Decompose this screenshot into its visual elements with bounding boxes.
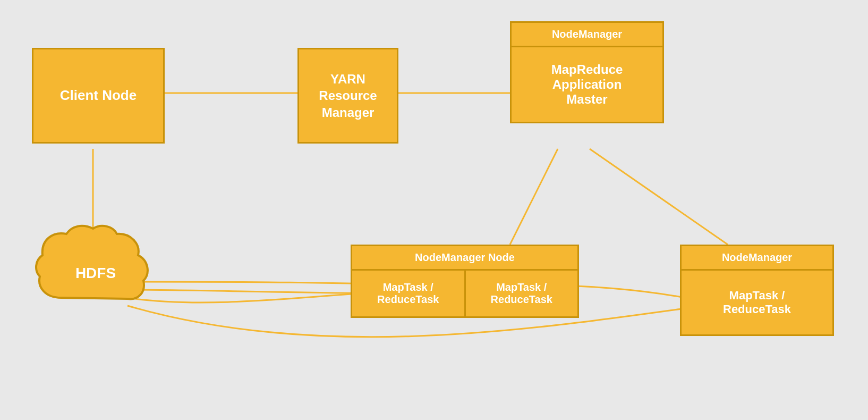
node-manager-mid-header: NodeManager Node xyxy=(352,246,577,271)
svg-line-3 xyxy=(510,149,558,245)
node-manager-mid-composite: NodeManager Node MapTask /ReduceTask Map… xyxy=(351,245,579,318)
map-reduce-cell-2: MapTask /ReduceTask xyxy=(466,271,578,316)
node-manager-top-composite: NodeManager MapReduceApplicationMaster xyxy=(510,21,664,123)
client-node-label: Client Node xyxy=(60,87,137,105)
hdfs-cloud: HDFS xyxy=(29,223,162,330)
mapreduce-app-master-body: MapReduceApplicationMaster xyxy=(512,47,662,122)
node-manager-mid-body: MapTask /ReduceTask MapTask /ReduceTask xyxy=(352,271,577,316)
map-reduce-right-body: MapTask /ReduceTask xyxy=(682,271,832,334)
yarn-rm-box: YARNResourceManager xyxy=(297,48,398,144)
map-reduce-cell-1: MapTask /ReduceTask xyxy=(352,271,466,316)
node-manager-right-header: NodeManager xyxy=(682,246,832,271)
node-manager-right-composite: NodeManager MapTask /ReduceTask xyxy=(680,245,834,336)
hdfs-label: HDFS xyxy=(29,265,162,282)
yarn-rm-label: YARNResourceManager xyxy=(319,71,377,121)
diagram-container: Client Node YARNResourceManager NodeMana… xyxy=(0,0,868,420)
node-manager-top-header: NodeManager xyxy=(512,23,662,47)
svg-line-4 xyxy=(590,149,728,245)
client-node-box: Client Node xyxy=(32,48,165,144)
